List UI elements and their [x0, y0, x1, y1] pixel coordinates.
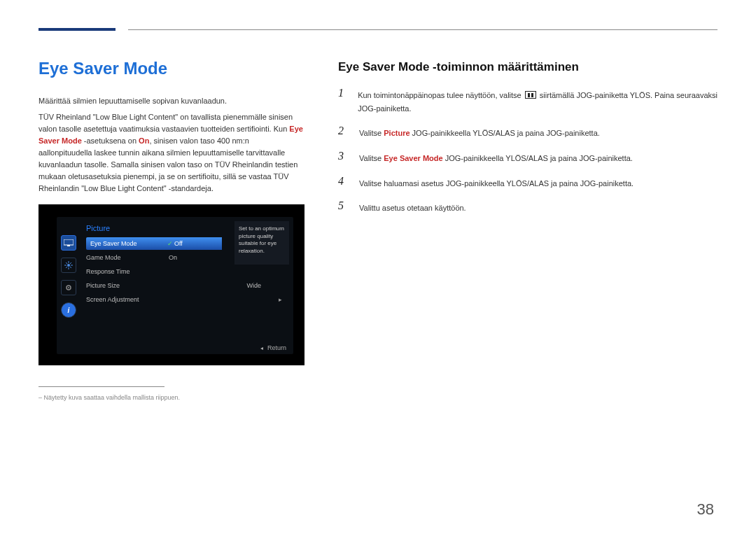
step3a: Valitse [359, 154, 384, 162]
osd-row-response-time: Response Time [80, 265, 293, 279]
triangle-left-icon: ◂ [260, 345, 263, 351]
check-icon: ✓ [167, 240, 173, 247]
top-rule [38, 28, 718, 31]
osd-screen-adjustment-label: Screen Adjustment [86, 296, 191, 303]
step3c: JOG-painikkeella YLÖS/ALAS ja paina JOG-… [443, 154, 633, 162]
osd-eye-saver-value: Off [174, 240, 183, 247]
step2c: JOG-painikkeella YLÖS/ALAS ja paina JOG-… [410, 129, 600, 137]
step1a: Kun toimintonäppäinopas tulee näyttöön, … [358, 91, 524, 99]
step5: Valittu asetus otetaan käyttöön. [359, 199, 466, 215]
intro-paragraph-1: Määrittää silmien lepuuttamiselle sopiva… [38, 95, 304, 107]
step-number: 1 [338, 87, 346, 99]
page-number: 38 [697, 500, 714, 519]
step3b-highlight: Eye Saver Mode [384, 154, 442, 162]
intro2d-highlight: On [139, 136, 149, 145]
osd-screenshot: i Picture Eye Saver Mode ✓Off Game Mode … [38, 204, 304, 365]
step-number: 5 [338, 199, 348, 212]
osd-eye-saver-label: Eye Saver Mode [86, 237, 162, 250]
page-title-left: Eye Saver Mode [38, 59, 304, 78]
step-2: 2 Valitse Picture JOG-painikkeella YLÖS/… [338, 125, 718, 140]
intro2c: -asetuksena on [82, 136, 139, 145]
step2a: Valitse [359, 129, 384, 137]
intro2a: TÜV Rheinland "Low Blue Light Content" o… [38, 113, 293, 133]
monitor-icon [61, 235, 76, 251]
osd-picture-size-label: Picture Size [86, 282, 163, 289]
svg-rect-0 [64, 239, 74, 245]
step-3: 3 Valitse Eye Saver Mode JOG-painikkeell… [338, 150, 718, 165]
settings-icon [61, 258, 76, 273]
osd-picture-size-value: Wide [163, 279, 268, 292]
osd-return-label: Return [267, 344, 286, 351]
gear-icon [61, 280, 76, 295]
step-1: 1 Kun toimintonäppäinopas tulee näyttöön… [338, 87, 718, 115]
footnote-rule [38, 386, 164, 387]
info-icon: i [61, 302, 76, 318]
step-number: 4 [338, 175, 348, 188]
steps-list: 1 Kun toimintonäppäinopas tulee näyttöön… [338, 87, 718, 215]
menu-button-icon [525, 91, 536, 99]
step2b-highlight: Picture [384, 129, 410, 137]
step-number: 2 [338, 125, 348, 137]
intro-paragraph-2: TÜV Rheinland "Low Blue Light Content" o… [38, 111, 304, 195]
step-5: 5 Valittu asetus otetaan käyttöön. [338, 199, 718, 215]
osd-row-picture-size: Picture Size Wide [80, 279, 293, 293]
osd-description: Set to an optimum picture quality suitab… [234, 221, 289, 265]
svg-point-4 [68, 287, 69, 288]
osd-game-mode-value: On [163, 251, 223, 264]
chevron-right-icon: ▸ [191, 296, 293, 303]
page-title-right: Eye Saver Mode -toiminnon määrittäminen [338, 60, 718, 74]
svg-rect-1 [67, 245, 70, 246]
intro2e: , sinisen valon taso 400 nm:n aallonpitu… [38, 136, 298, 192]
step4: Valitse haluamasi asetus JOG-painikkeell… [359, 175, 634, 190]
footnote: Näytetty kuva saattaa vaihdella mallista… [38, 394, 304, 401]
osd-row-screen-adjustment: Screen Adjustment ▸ [80, 293, 293, 307]
step-number: 3 [338, 150, 348, 162]
osd-game-mode-label: Game Mode [86, 254, 163, 261]
osd-response-time-label: Response Time [86, 268, 163, 275]
step-4: 4 Valitse haluamasi asetus JOG-painikkee… [338, 175, 718, 190]
svg-point-2 [67, 264, 70, 267]
